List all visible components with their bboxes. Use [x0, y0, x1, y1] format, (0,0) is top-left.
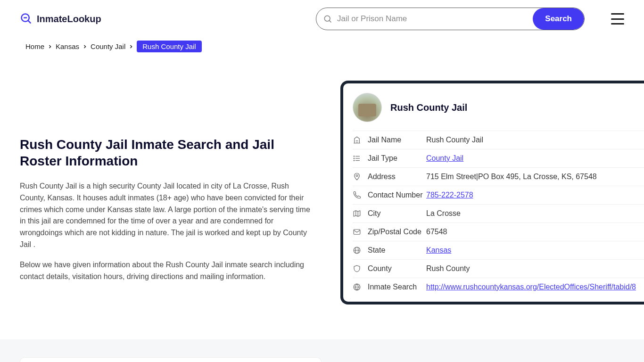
search-icon — [323, 14, 332, 24]
header: InmateLookup Search — [0, 0, 644, 38]
chevron-right-icon — [128, 44, 134, 49]
breadcrumb-current: Rush County Jail — [137, 41, 201, 52]
info-label: Contact Number — [368, 191, 426, 199]
breadcrumb-type[interactable]: County Jail — [91, 42, 125, 50]
info-label: City — [368, 209, 426, 218]
info-label: Zip/Postal Code — [368, 228, 426, 236]
svg-point-10 — [354, 160, 355, 161]
facility-card: Rush County Jail Jail NameRush County Ja… — [340, 81, 644, 304]
web-icon — [353, 283, 361, 291]
svg-marker-12 — [354, 211, 360, 216]
info-label: Jail Name — [368, 136, 426, 144]
info-row: Address715 Elm Street|PO Box 495, La Cro… — [353, 167, 644, 186]
svg-point-9 — [354, 158, 355, 159]
chevron-right-icon — [47, 44, 53, 49]
info-label: State — [368, 246, 426, 255]
shield-icon — [353, 264, 361, 273]
building-icon — [353, 136, 361, 144]
info-value: 67548 — [426, 228, 447, 236]
info-label: County — [368, 264, 426, 273]
phone-icon — [353, 191, 361, 199]
globe-icon — [353, 246, 361, 255]
info-link[interactable]: Kansas — [426, 246, 451, 255]
info-row: Contact Number785-222-2578 — [353, 186, 644, 204]
info-row: Jail NameRush County Jail — [353, 131, 644, 149]
svg-point-11 — [356, 175, 358, 177]
info-row: Jail TypeCounty Jail — [353, 149, 644, 167]
list-icon — [353, 154, 361, 163]
info-value: 715 Elm Street|PO Box 495, La Crosse, KS… — [426, 173, 597, 181]
facility-name: Rush County Jail — [390, 102, 467, 113]
intro-paragraph-1: Rush County Jail is a high security Coun… — [20, 181, 312, 251]
svg-point-8 — [354, 156, 355, 157]
article: Rush County Jail Inmate Search and Jail … — [20, 81, 312, 304]
info-label: Jail Type — [368, 154, 426, 163]
svg-line-1 — [28, 21, 31, 24]
breadcrumb-home[interactable]: Home — [25, 42, 44, 50]
info-label: Inmate Search — [368, 283, 426, 291]
page-title: Rush County Jail Inmate Search and Jail … — [20, 136, 312, 169]
search-button[interactable]: Search — [533, 8, 584, 30]
logo-text: InmateLookup — [37, 14, 101, 25]
card-header: Rush County Jail — [353, 93, 644, 122]
mail-icon — [353, 228, 361, 236]
info-row: StateKansas — [353, 241, 644, 259]
menu-icon[interactable] — [611, 13, 624, 25]
info-link[interactable]: http://www.rushcountykansas.org/ElectedO… — [426, 283, 636, 291]
svg-rect-15 — [354, 230, 360, 235]
info-row: CountyRush County — [353, 259, 644, 278]
info-row: Inmate Searchhttp://www.rushcountykansas… — [353, 278, 644, 296]
search-bar: Search — [316, 8, 585, 30]
info-link[interactable]: County Jail — [426, 154, 463, 163]
info-value: Rush County Jail — [426, 136, 483, 144]
logo-icon — [20, 12, 33, 25]
breadcrumb-state[interactable]: Kansas — [56, 42, 79, 50]
info-value: La Crosse — [426, 209, 461, 218]
map-icon — [353, 209, 361, 218]
chevron-right-icon — [82, 44, 88, 49]
info-row: Zip/Postal Code67548 — [353, 222, 644, 241]
search-input[interactable] — [332, 14, 533, 24]
info-value: Rush County — [426, 264, 470, 273]
breadcrumb: Home Kansas County Jail Rush County Jail — [0, 38, 644, 52]
svg-line-4 — [329, 20, 331, 22]
footer-panel — [20, 357, 322, 362]
svg-point-3 — [324, 16, 330, 21]
info-row: CityLa Crosse — [353, 204, 644, 222]
facility-avatar — [353, 93, 382, 122]
main-content: Rush County Jail Inmate Search and Jail … — [0, 81, 644, 304]
info-link[interactable]: 785-222-2578 — [426, 191, 473, 199]
pin-icon — [353, 173, 361, 181]
intro-paragraph-2: Below we have given information about th… — [20, 259, 312, 283]
info-label: Address — [368, 173, 426, 181]
logo[interactable]: InmateLookup — [20, 12, 101, 25]
